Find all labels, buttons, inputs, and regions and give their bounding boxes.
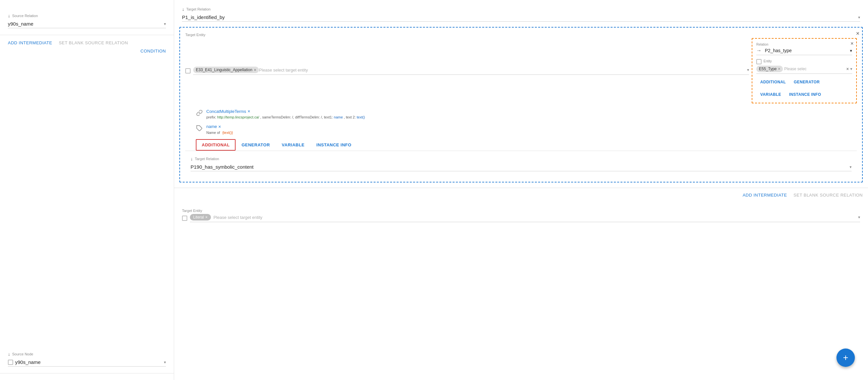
nested-entity-chip-label: E55_Type [759, 67, 777, 71]
nested-tab-generator[interactable]: GENERATOR [790, 78, 824, 86]
entity-select-chevron-icon: ▾ [747, 68, 749, 72]
nested-relation-dropdown[interactable]: → P2_has_type ▾ [756, 47, 852, 55]
close-target-box-button[interactable]: × [856, 30, 860, 37]
nested-entity-chevron-icon: ▾ [850, 67, 852, 71]
chevron-down-icon: ▾ [164, 360, 166, 365]
entity-select-container: E33_E41_Linguistic_Appellation × Please … [193, 67, 749, 75]
concat-link-item: ConcatMultipleTerms × prefix: http://tem… [185, 109, 857, 120]
source-node-label: Source Node [12, 352, 33, 356]
target-box: × Target Entity E33_E41_Linguistic_Appel… [179, 27, 863, 182]
main-container: ↓ Source Relation y90s_name ▾ ADD INTERM… [0, 0, 868, 380]
bottom-entity-chevron-icon: ▾ [858, 215, 860, 219]
add-intermediate-bottom-row: ADD INTERMEDIATE SET BLANK SOURCE RELATI… [174, 188, 868, 202]
nested-entity-placeholder: Please selec [784, 67, 845, 71]
source-node-arrow-icon: ↓ [8, 351, 10, 357]
nested-tab-instance-info[interactable]: INSTANCE INFO [785, 90, 825, 99]
target-relation-bottom-dropdown[interactable]: P190_has_symbolic_content ▾ [191, 163, 851, 171]
target-relation-label-row: ↓ Target Relation [182, 6, 860, 12]
nested-entity-chip-close-button[interactable]: × [778, 67, 780, 71]
source-relation-label: Source Relation [12, 14, 38, 18]
target-entity-label: Target Entity [185, 33, 857, 37]
target-relation-arrow-icon: ↓ [182, 6, 184, 12]
nested-chevron-down-icon: ▾ [850, 48, 852, 53]
chevron-down-icon: ▾ [164, 22, 166, 26]
target-entity-row: E33_E41_Linguistic_Appellation × Please … [185, 38, 857, 103]
entity-chip-label: E33_E41_Linguistic_Appellation [196, 68, 252, 72]
target-relation-bottom-label: Target Relation [195, 157, 219, 161]
target-entity-checkbox[interactable] [185, 68, 191, 73]
source-node-checkbox[interactable] [8, 360, 13, 365]
target-entity-section: Target Entity E33_E41_Linguistic_Appella… [185, 33, 857, 103]
literal-chip-close-button[interactable]: × [205, 215, 208, 219]
target-relation-bottom-label-row: ↓ Target Relation [191, 156, 851, 162]
nested-entity-clear-button[interactable]: × [846, 66, 849, 72]
entity-input-placeholder: Please select target entity [259, 68, 747, 72]
target-relation-value: P1_is_identified_by [182, 14, 225, 20]
tab-instance-info[interactable]: INSTANCE INFO [310, 139, 358, 151]
left-panel: ↓ Source Relation y90s_name ▾ ADD INTERM… [0, 0, 174, 380]
concat-title: ConcatMultipleTerms × [206, 109, 857, 114]
condition-link[interactable]: CONDITION [0, 48, 174, 54]
entity-chip-close-button[interactable]: × [254, 68, 256, 72]
bottom-entity-select-container: Literal × Please select target entity ▾ [190, 214, 860, 222]
link-chain-icon [196, 109, 203, 116]
right-panel: ↓ Target Relation P1_is_identified_by ▾ … [174, 0, 868, 380]
fab-add-button[interactable]: + [836, 348, 855, 367]
source-relation-dropdown[interactable]: y90s_name ▾ [8, 20, 166, 28]
target-relation-bottom-value: P190_has_symbolic_content [191, 164, 254, 170]
nested-relation-value: P2_has_type [765, 48, 850, 53]
target-relation-top-section: ↓ Target Relation P1_is_identified_by ▾ [174, 0, 868, 22]
entity-chip: E33_E41_Linguistic_Appellation × [193, 67, 259, 73]
add-intermediate-button[interactable]: ADD INTERMEDIATE [8, 40, 52, 45]
bottom-target-entity-checkbox[interactable] [182, 216, 187, 221]
nested-tab-variable[interactable]: VARIABLE [756, 90, 785, 99]
target-relation-bottom-arrow-icon: ↓ [191, 156, 193, 162]
nested-tab-additional[interactable]: ADDITIONAL [756, 78, 790, 86]
concat-desc: prefix: http://temp.lincsproject.ca/ , s… [206, 114, 857, 120]
target-box-inner: Target Entity E33_E41_Linguistic_Appella… [180, 28, 862, 182]
name-content: name × Name of {text()} [206, 124, 857, 136]
tab-generator[interactable]: GENERATOR [236, 139, 276, 151]
nested-relation-label: Relation [756, 43, 852, 46]
source-node-label-row: ↓ Source Node [8, 351, 166, 357]
tab-additional[interactable]: ADDITIONAL [196, 139, 236, 151]
source-relation-arrow-icon: ↓ [8, 13, 10, 19]
add-intermediate-bottom-button[interactable]: ADD INTERMEDIATE [743, 193, 787, 198]
bottom-target-entity-row: Literal × Please select target entity ▾ [182, 214, 860, 222]
literal-chip-label: Literal [193, 215, 204, 219]
nested-entity-label: Entity [764, 59, 772, 63]
source-node-dropdown[interactable]: y90s_name ▾ [8, 358, 166, 367]
literal-chip: Literal × [190, 214, 211, 220]
nested-orange-box: × Relation → P2_has_type ▾ [752, 38, 857, 103]
nested-relation-arrow-icon: → [756, 47, 762, 54]
nested-entity-checkbox[interactable] [756, 59, 762, 64]
target-relation-label: Target Relation [186, 7, 211, 11]
nested-tabs: ADDITIONAL GENERATOR [756, 78, 852, 86]
nested-entity-section: Entity E55_Type × Please selec × ▾ [756, 59, 852, 74]
tab-variable[interactable]: VARIABLE [276, 139, 310, 151]
tag-icon [196, 125, 203, 132]
nested-close-button[interactable]: × [850, 41, 854, 46]
chevron-down-icon: ▾ [858, 15, 860, 20]
bottom-target-entity-label: Target Entity [182, 209, 860, 213]
source-relation-value: y90s_name [8, 21, 33, 27]
bottom-target-entity-section: Target Entity Literal × Please select ta… [174, 202, 868, 380]
source-node-section: ↓ Source Node y90s_name ▾ [0, 345, 174, 374]
concat-close-button[interactable]: × [247, 109, 250, 114]
action-links-row: ADD INTERMEDIATE SET BLANK SOURCE RELATI… [0, 40, 174, 45]
literal-placeholder: Please select target entity [214, 215, 858, 220]
name-title: name × [206, 124, 857, 129]
target-relation-dropdown[interactable]: P1_is_identified_by ▾ [182, 13, 860, 22]
nested-entity-input-row: E55_Type × Please selec × ▾ [756, 66, 852, 74]
nested-entity-chip: E55_Type × [756, 66, 783, 72]
tabs-row: ADDITIONAL GENERATOR VARIABLE INSTANCE I… [185, 139, 857, 151]
name-link-item: name × Name of {text()} [185, 124, 857, 136]
source-relation-label-row: ↓ Source Relation [8, 13, 166, 19]
chevron-down-icon: ▾ [849, 165, 851, 169]
source-node-value: y90s_name [15, 359, 41, 365]
set-blank-bottom-button[interactable]: SET BLANK SOURCE RELATION [794, 193, 863, 198]
target-relation-bottom-section: ↓ Target Relation P190_has_symbolic_cont… [185, 151, 857, 177]
name-desc: Name of {text()} [206, 130, 857, 136]
name-close-button[interactable]: × [218, 124, 221, 129]
set-blank-source-button[interactable]: SET BLANK SOURCE RELATION [59, 40, 128, 45]
